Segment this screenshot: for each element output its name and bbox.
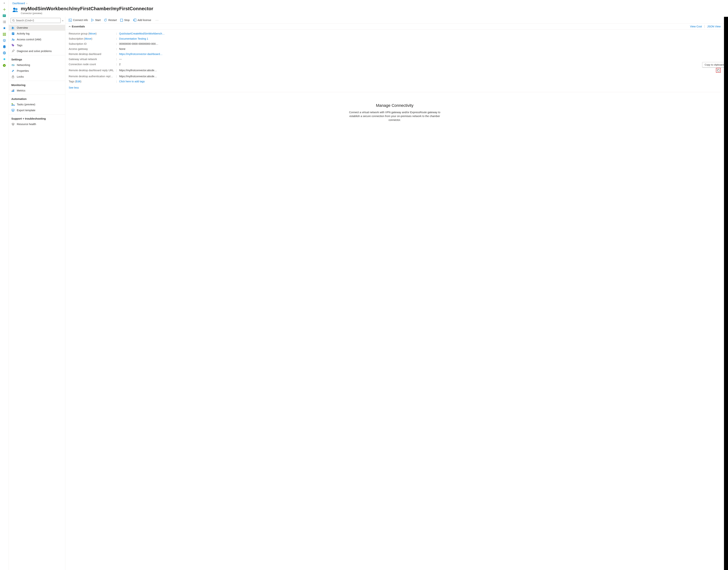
svg-rect-29 <box>12 33 14 33</box>
essentials-toggle[interactable]: Essentials <box>69 25 85 28</box>
divider <box>704 25 705 28</box>
stop-label: Stop <box>124 19 130 22</box>
rail-favorites-icon[interactable] <box>3 26 6 30</box>
svg-point-35 <box>13 64 13 66</box>
essentials-value[interactable]: QuickstartCreateModSimWorkbench… <box>119 32 721 35</box>
svg-point-20 <box>5 53 6 54</box>
svg-rect-52 <box>718 70 719 71</box>
rail-allservices-icon[interactable] <box>3 32 6 36</box>
expand-rail-icon[interactable]: » <box>4 1 5 4</box>
more-actions-button[interactable]: ··· <box>155 19 160 22</box>
json-view-link[interactable]: JSON View <box>707 25 721 28</box>
sidebar-heading-settings: Settings <box>9 55 65 62</box>
svg-rect-41 <box>13 89 14 92</box>
see-less-link[interactable]: See less <box>65 84 82 92</box>
sidebar-item-metrics[interactable]: Metrics <box>9 88 65 93</box>
rail-globe-icon[interactable] <box>3 51 6 55</box>
svg-point-24 <box>15 8 18 10</box>
essentials-heading: Essentials <box>72 25 85 28</box>
essentials-value[interactable]: Documentation Testing 1 <box>119 37 721 40</box>
sidebar-item-label: Networking <box>17 63 30 66</box>
stop-icon <box>120 19 123 22</box>
copy-button[interactable]: Copy to clipboard <box>716 68 721 73</box>
svg-point-1 <box>3 21 3 21</box>
connect-info-button[interactable]: Connect info <box>69 19 88 22</box>
essentials-value: --- <box>119 58 721 61</box>
sidebar-item-export[interactable]: Export template <box>9 107 65 113</box>
sidebar-item-tags[interactable]: Tags <box>9 42 65 48</box>
overview-icon <box>11 26 15 29</box>
move-link[interactable]: Move <box>85 37 92 40</box>
rail-sql-icon[interactable]: sql <box>3 45 6 49</box>
essentials-label: Resource group (Move) <box>69 32 116 35</box>
essentials-value[interactable]: Click here to add tags <box>119 80 721 83</box>
rail-cube-icon[interactable] <box>3 39 6 42</box>
sidebar-item-label: Tags <box>17 44 22 47</box>
essentials-row: Remote desktop dashboard reply URL:https… <box>69 67 721 74</box>
command-bar: Connect info Start Restart Stop Add lice… <box>65 18 724 23</box>
page-subtitle: Connector (preview) <box>21 12 153 15</box>
search-input[interactable] <box>16 19 59 22</box>
sidebar-item-health[interactable]: Resource health <box>9 121 65 127</box>
rail-list-icon[interactable] <box>3 20 6 24</box>
connect-info-label: Connect info <box>73 19 88 22</box>
sidebar-item-properties[interactable]: Properties <box>9 68 65 74</box>
sidebar-item-diagnose[interactable]: Diagnose and solve problems <box>9 48 65 54</box>
sidebar-item-tasks[interactable]: Tasks (preview) <box>9 101 65 107</box>
iam-icon <box>11 38 15 41</box>
start-label: Start <box>95 19 101 22</box>
essentials-row: Connection node count:2 <box>69 62 721 67</box>
rail-cost-icon[interactable]: $ <box>3 63 6 67</box>
sidebar-item-label: Activity log <box>17 32 29 35</box>
essentials-label: Remote desktop dashboard <box>69 53 116 55</box>
sidebar-item-iam[interactable]: Access control (IAM) <box>9 36 65 42</box>
breadcrumb-root[interactable]: Dashboard <box>12 2 25 5</box>
page-header: myModSimWorkbench/myFirstChamber/myFirst… <box>9 5 728 17</box>
svg-point-27 <box>13 27 14 28</box>
sidebar-heading-monitoring: Monitoring <box>9 81 65 88</box>
view-cost-link[interactable]: View Cost <box>690 25 702 28</box>
svg-point-42 <box>12 90 12 90</box>
add-license-button[interactable]: Add license <box>133 19 151 22</box>
essentials-label: Access gateway <box>69 47 116 50</box>
health-icon <box>11 123 15 125</box>
sidebar-item-networking[interactable]: Networking <box>9 62 65 68</box>
main-panel: Connect info Start Restart Stop Add lice… <box>65 17 724 570</box>
svg-rect-44 <box>12 103 13 104</box>
svg-rect-9 <box>5 33 6 34</box>
svg-rect-10 <box>3 34 4 35</box>
sidebar-item-overview[interactable]: Overview <box>9 25 65 31</box>
sidebar-item-label: Properties <box>17 69 29 72</box>
sidebar-search[interactable] <box>11 18 61 23</box>
sidebar-item-activity[interactable]: Activity log <box>9 31 65 36</box>
start-button[interactable]: Start <box>91 19 101 22</box>
essentials-row: Access gateway:None <box>69 46 721 51</box>
restart-button[interactable]: Restart <box>104 19 117 22</box>
move-link[interactable]: Move <box>89 32 96 35</box>
edit-link[interactable]: Edit <box>76 80 80 83</box>
essentials-value: https://myfirstconnector.abcde… <box>119 75 721 78</box>
collapse-sidebar-icon[interactable]: « <box>62 19 63 22</box>
svg-rect-50 <box>121 19 123 21</box>
svg-rect-4 <box>4 22 6 22</box>
add-license-label: Add license <box>138 19 151 22</box>
manage-connectivity-section: Manage Connectivity Connect a virtual ne… <box>65 92 724 125</box>
svg-rect-49 <box>69 19 72 21</box>
rail-create-icon[interactable] <box>3 8 6 11</box>
sidebar-item-label: Export template <box>17 109 35 112</box>
rail-diamond-icon[interactable] <box>3 57 6 61</box>
svg-text:sql: sql <box>4 46 5 47</box>
essentials-value: 00000000-0000-00000000-000… <box>119 42 721 45</box>
chevron-up-icon <box>69 26 71 28</box>
svg-rect-31 <box>12 34 13 34</box>
essentials-row: Remote desktop authentication repl…:http… <box>69 74 721 79</box>
essentials-value[interactable]: https://myfirstconnector-dashboard… <box>119 53 721 55</box>
tasks-icon <box>11 103 15 106</box>
essentials-value: None <box>119 47 721 50</box>
stop-button[interactable]: Stop <box>120 19 130 22</box>
sidebar-item-locks[interactable]: Locks <box>9 74 65 80</box>
left-rail: » sql $ <box>0 0 9 570</box>
sidebar-heading-support: Support + troubleshooting <box>9 114 65 121</box>
svg-point-23 <box>13 8 15 10</box>
rail-dashboard-icon[interactable] <box>3 14 6 18</box>
